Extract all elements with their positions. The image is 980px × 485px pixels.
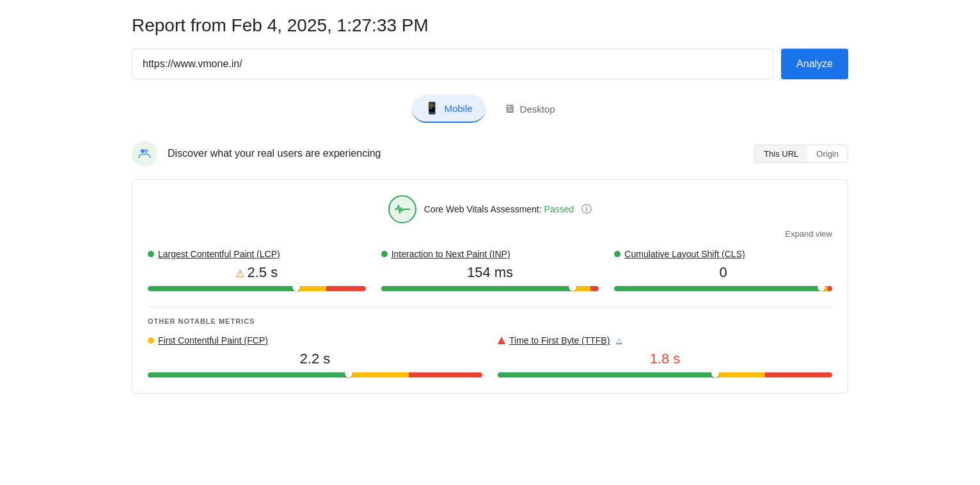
tab-desktop[interactable]: 🖥 Desktop — [491, 95, 568, 123]
cls-link[interactable]: Cumulative Layout Shift (CLS) — [624, 249, 745, 259]
cls-value: 0 — [614, 264, 832, 281]
other-metrics-label: OTHER NOTABLE METRICS — [148, 317, 832, 325]
metric-inp: Interaction to Next Paint (INP) 154 ms — [381, 249, 599, 291]
fcp-value: 2.2 s — [148, 351, 482, 367]
cls-bar-red — [828, 286, 832, 291]
fcp-dot — [148, 337, 154, 344]
url-origin-toggle: This URL Origin — [754, 145, 848, 163]
lcp-bar-red — [326, 286, 365, 291]
this-url-button[interactable]: This URL — [755, 145, 807, 163]
cls-indicator — [818, 283, 825, 291]
fcp-bar-green — [148, 372, 349, 378]
inp-bar-green — [381, 286, 573, 291]
report-title: Report from Feb 4, 2025, 1:27:33 PM — [132, 15, 848, 36]
inp-indicator — [569, 283, 576, 291]
lcp-bar-green — [148, 286, 296, 291]
ttfb-bar-red — [765, 372, 832, 378]
lcp-warn-icon: ⚠ — [235, 268, 244, 279]
crux-users-icon — [132, 141, 157, 166]
cls-progress — [614, 286, 832, 291]
metric-ttfb: Time to First Byte (TTFB) △ 1.8 s — [498, 335, 832, 378]
svg-point-1 — [145, 149, 148, 153]
lcp-link[interactable]: Largest Contentful Paint (LCP) — [158, 249, 280, 259]
info-icon[interactable]: ⓘ — [581, 203, 592, 216]
crux-header-left: Discover what your real users are experi… — [132, 141, 381, 166]
ttfb-link[interactable]: Time to First Byte (TTFB) — [509, 335, 610, 346]
inp-dot — [381, 251, 388, 257]
metric-cls: Cumulative Layout Shift (CLS) 0 — [614, 249, 832, 291]
lcp-value: ⚠2.5 s — [148, 264, 366, 281]
crux-section: Core Web Vitals Assessment: Passed ⓘ Exp… — [132, 179, 848, 394]
ttfb-title: Time to First Byte (TTFB) △ — [498, 335, 832, 346]
origin-button[interactable]: Origin — [807, 145, 848, 163]
main-metrics-grid: Largest Contentful Paint (LCP) ⚠2.5 s — [148, 249, 832, 291]
inp-bar-red — [590, 286, 599, 291]
lcp-bar-orange — [296, 286, 327, 291]
other-metrics-grid: First Contentful Paint (FCP) 2.2 s — [148, 335, 832, 378]
desktop-icon: 🖥 — [503, 102, 515, 116]
lcp-dot — [148, 251, 154, 257]
assessment-text: Core Web Vitals Assessment: Passed — [424, 204, 574, 214]
discover-text: Discover what your real users are experi… — [168, 148, 381, 159]
crux-section-header: Discover what your real users are experi… — [132, 141, 848, 166]
fcp-value-text: 2.2 s — [300, 351, 331, 367]
tab-mobile[interactable]: 📱 Mobile — [412, 95, 485, 123]
expand-view: Expand view — [148, 228, 832, 239]
cls-bar-green — [614, 286, 821, 291]
ttfb-progress — [498, 372, 832, 378]
fcp-bar-red — [409, 372, 482, 378]
ttfb-indicator — [711, 370, 719, 378]
tab-desktop-label: Desktop — [520, 104, 555, 115]
ttfb-bar-green — [498, 372, 715, 378]
ttfb-value-text: 1.8 s — [650, 351, 681, 367]
inp-bar-track — [381, 286, 599, 291]
expand-view-link[interactable]: Expand view — [785, 229, 832, 239]
fcp-title: First Contentful Paint (FCP) — [148, 335, 482, 346]
fcp-bar-orange — [349, 372, 409, 378]
cls-value-text: 0 — [720, 264, 727, 280]
svg-point-0 — [141, 149, 145, 153]
ttfb-dot — [498, 337, 505, 344]
inp-progress — [381, 286, 599, 291]
lcp-progress — [148, 286, 366, 291]
core-vitals-header: Core Web Vitals Assessment: Passed ⓘ — [148, 195, 832, 223]
metrics-divider — [148, 306, 832, 307]
fcp-link[interactable]: First Contentful Paint (FCP) — [158, 335, 268, 346]
fcp-progress — [148, 372, 482, 378]
cls-title: Cumulative Layout Shift (CLS) — [614, 249, 832, 259]
ttfb-bar-track — [498, 372, 832, 378]
metric-fcp: First Contentful Paint (FCP) 2.2 s — [148, 335, 482, 378]
cls-bar-track — [614, 286, 832, 291]
inp-value-text: 154 ms — [467, 264, 513, 280]
ttfb-value: 1.8 s — [498, 351, 832, 367]
fcp-indicator — [345, 370, 352, 378]
mobile-icon: 📱 — [425, 101, 439, 115]
url-input[interactable] — [132, 49, 773, 79]
inp-title: Interaction to Next Paint (INP) — [381, 249, 599, 259]
assessment-prefix: Core Web Vitals Assessment: — [424, 204, 544, 214]
fcp-bar-track — [148, 372, 482, 378]
tab-row: 📱 Mobile 🖥 Desktop — [132, 95, 848, 123]
lcp-value-text: 2.5 s — [247, 264, 278, 280]
lcp-bar-track — [148, 286, 366, 291]
tab-mobile-label: Mobile — [444, 103, 472, 114]
url-bar-row: Analyze — [132, 49, 848, 79]
assessment-status: Passed — [544, 204, 574, 214]
vitals-pulse-icon — [388, 195, 416, 223]
metric-lcp: Largest Contentful Paint (LCP) ⚠2.5 s — [148, 249, 366, 291]
inp-link[interactable]: Interaction to Next Paint (INP) — [391, 249, 510, 259]
analyze-button[interactable]: Analyze — [781, 49, 848, 79]
ttfb-bar-orange — [715, 372, 765, 378]
lcp-indicator — [292, 283, 300, 291]
cls-dot — [614, 251, 620, 257]
ttfb-extra-icon: △ — [616, 336, 622, 345]
lcp-title: Largest Contentful Paint (LCP) — [148, 249, 366, 259]
inp-value: 154 ms — [381, 264, 599, 281]
